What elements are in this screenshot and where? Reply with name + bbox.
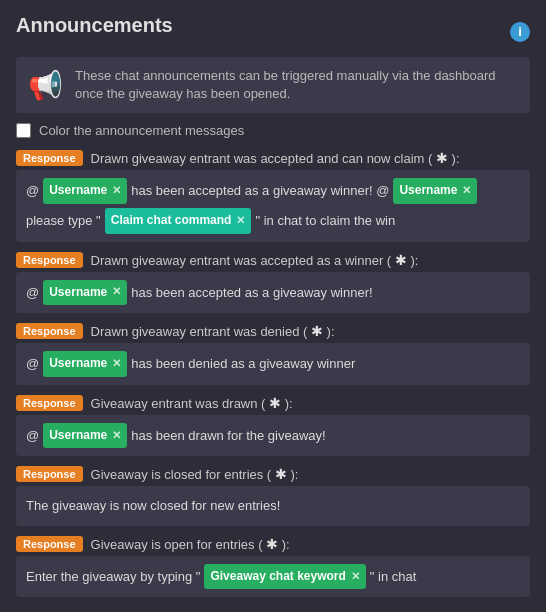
at-symbol-1: @ <box>26 179 39 202</box>
text-denied: has been denied as a giveaway winner <box>131 352 355 375</box>
response-label-5: Giveaway is closed for entries ( ✱ ): <box>91 466 299 482</box>
info-icon[interactable]: i <box>510 22 530 42</box>
response-block-1: Response Drawn giveaway entrant was acce… <box>16 150 530 241</box>
response-label-6: Giveaway is open for entries ( ✱ ): <box>91 536 290 552</box>
response-content-1: @ Username ✕ has been accepted as a give… <box>16 170 530 241</box>
response-header-4: Response Giveaway entrant was drawn ( ✱ … <box>16 395 530 411</box>
username-tag-1-label: Username <box>49 180 107 202</box>
username-tag-4-close[interactable]: ✕ <box>112 354 121 374</box>
megaphone-icon: 📢 <box>28 69 63 102</box>
text-accepted-2: has been accepted as a giveaway winner! <box>131 281 372 304</box>
username-tag-5[interactable]: Username ✕ <box>43 423 127 449</box>
at-symbol-3: @ <box>26 352 39 375</box>
claim-chat-command-tag[interactable]: Claim chat command ✕ <box>105 208 252 234</box>
response-header-3: Response Drawn giveaway entrant was deni… <box>16 323 530 339</box>
asterisk-3: ✱ <box>311 323 323 339</box>
response-badge-1: Response <box>16 150 83 166</box>
username-tag-3-close[interactable]: ✕ <box>112 282 121 302</box>
asterisk-4: ✱ <box>269 395 281 411</box>
text-open-suffix: " in chat <box>370 565 417 588</box>
username-tag-2[interactable]: Username ✕ <box>393 178 477 204</box>
response-block-3: Response Drawn giveaway entrant was deni… <box>16 323 530 385</box>
response-label-3: Drawn giveaway entrant was denied ( ✱ ): <box>91 323 335 339</box>
response-content-5: The giveaway is now closed for new entri… <box>16 486 530 525</box>
response-block-4: Response Giveaway entrant was drawn ( ✱ … <box>16 395 530 457</box>
giveaway-keyword-close[interactable]: ✕ <box>351 567 360 587</box>
color-checkbox[interactable] <box>16 123 31 138</box>
text-accepted-1: has been accepted as a giveaway winner! … <box>131 179 389 202</box>
response-label-1: Drawn giveaway entrant was accepted and … <box>91 150 460 166</box>
username-tag-5-close[interactable]: ✕ <box>112 426 121 446</box>
giveaway-keyword-label: Giveaway chat keyword <box>210 566 345 588</box>
username-tag-3[interactable]: Username ✕ <box>43 280 127 306</box>
text-please-1: please type " <box>26 209 101 232</box>
text-claim-1: " in chat to claim the win <box>255 209 395 232</box>
response-header-6: Response Giveaway is open for entries ( … <box>16 536 530 552</box>
username-tag-3-label: Username <box>49 282 107 304</box>
response-badge-6: Response <box>16 536 83 552</box>
username-tag-4[interactable]: Username ✕ <box>43 351 127 377</box>
color-checkbox-label: Color the announcement messages <box>39 123 244 138</box>
response-badge-4: Response <box>16 395 83 411</box>
response-block-6: Response Giveaway is open for entries ( … <box>16 536 530 598</box>
response-content-3: @ Username ✕ has been denied as a giveaw… <box>16 343 530 385</box>
response-block-2: Response Drawn giveaway entrant was acce… <box>16 252 530 314</box>
giveaway-keyword-tag[interactable]: Giveaway chat keyword ✕ <box>204 564 365 590</box>
response-content-4: @ Username ✕ has been drawn for the give… <box>16 415 530 457</box>
claim-tag-close[interactable]: ✕ <box>236 211 245 231</box>
at-symbol-4: @ <box>26 424 39 447</box>
response-label-2: Drawn giveaway entrant was accepted as a… <box>91 252 419 268</box>
asterisk-1: ✱ <box>436 150 448 166</box>
color-checkbox-row[interactable]: Color the announcement messages <box>16 123 530 138</box>
username-tag-2-label: Username <box>399 180 457 202</box>
response-content-2: @ Username ✕ has been accepted as a give… <box>16 272 530 314</box>
response-block-5: Response Giveaway is closed for entries … <box>16 466 530 525</box>
at-symbol-2: @ <box>26 281 39 304</box>
page-title: Announcements <box>16 14 173 37</box>
asterisk-2: ✱ <box>395 252 407 268</box>
response-content-6: Enter the giveaway by typing " Giveaway … <box>16 556 530 598</box>
response-header-2: Response Drawn giveaway entrant was acce… <box>16 252 530 268</box>
username-tag-1-close[interactable]: ✕ <box>112 181 121 201</box>
username-tag-4-label: Username <box>49 353 107 375</box>
text-drawn: has been drawn for the giveaway! <box>131 424 325 447</box>
description-box: 📢 These chat announcements can be trigge… <box>16 57 530 113</box>
response-badge-5: Response <box>16 466 83 482</box>
panel-header: Announcements i <box>16 14 530 47</box>
text-open-prefix: Enter the giveaway by typing " <box>26 565 200 588</box>
response-header-1: Response Drawn giveaway entrant was acce… <box>16 150 530 166</box>
asterisk-5: ✱ <box>275 466 287 482</box>
announcements-panel: Announcements i 📢 These chat announcemen… <box>0 0 546 612</box>
response-label-4: Giveaway entrant was drawn ( ✱ ): <box>91 395 293 411</box>
username-tag-5-label: Username <box>49 425 107 447</box>
response-header-5: Response Giveaway is closed for entries … <box>16 466 530 482</box>
response-badge-2: Response <box>16 252 83 268</box>
text-closed: The giveaway is now closed for new entri… <box>26 494 280 517</box>
asterisk-6: ✱ <box>266 536 278 552</box>
response-badge-3: Response <box>16 323 83 339</box>
claim-chat-command-label: Claim chat command <box>111 210 232 232</box>
description-text: These chat announcements can be triggere… <box>75 67 518 103</box>
username-tag-2-close[interactable]: ✕ <box>462 181 471 201</box>
username-tag-1[interactable]: Username ✕ <box>43 178 127 204</box>
